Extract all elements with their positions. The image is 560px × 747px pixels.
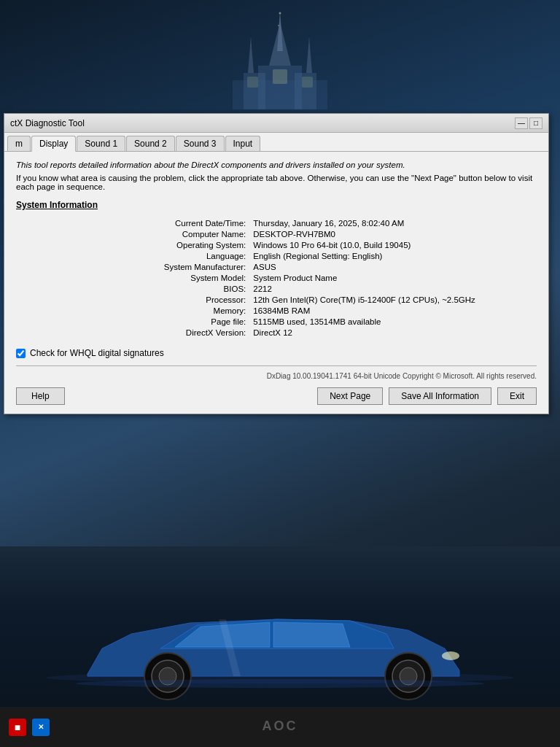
window-titlebar: ctX Diagnostic Tool — □ bbox=[4, 114, 548, 133]
info-value: DirectX 12 bbox=[250, 327, 537, 338]
table-row: Page file: 5115MB used, 13514MB availabl… bbox=[16, 316, 537, 327]
save-all-button[interactable]: Save All Information bbox=[389, 387, 491, 405]
info-label: Language: bbox=[16, 250, 250, 261]
tab-sound3[interactable]: Sound 3 bbox=[176, 136, 225, 151]
car-background bbox=[0, 546, 560, 707]
window-body: This tool reports detailed information a… bbox=[4, 152, 548, 414]
next-page-button[interactable]: Next Page bbox=[317, 387, 383, 405]
table-row: Computer Name: DESKTOP-RVH7BM0 bbox=[16, 228, 537, 239]
info-label: Operating System: bbox=[16, 239, 250, 250]
taskbar-btn-blue[interactable]: ✕ bbox=[32, 719, 50, 736]
tab-display[interactable]: Display bbox=[31, 136, 76, 152]
svg-marker-1 bbox=[269, 22, 291, 66]
table-row: Language: English (Regional Setting: Eng… bbox=[16, 250, 537, 261]
tab-input[interactable]: Input bbox=[225, 136, 261, 151]
description-1: This tool reports detailed information a… bbox=[16, 160, 537, 169]
system-info-table: Current Date/Time: Thursday, January 16,… bbox=[16, 217, 537, 338]
info-value: Windows 10 Pro 64-bit (10.0, Build 19045… bbox=[250, 239, 537, 250]
monitor-brand-label: AOC bbox=[262, 719, 298, 734]
separator bbox=[16, 365, 537, 366]
info-value: ASUS bbox=[250, 261, 537, 272]
cathedral-bg bbox=[134, 7, 426, 124]
info-value: 16384MB RAM bbox=[250, 305, 537, 316]
taskbar-btn-red[interactable]: ■ bbox=[9, 719, 26, 736]
info-label: Page file: bbox=[16, 316, 250, 327]
info-value: DESKTOP-RVH7BM0 bbox=[250, 228, 537, 239]
svg-point-21 bbox=[76, 679, 484, 688]
minimize-button[interactable]: — bbox=[515, 117, 528, 129]
description-2: If you know what area is causing the pro… bbox=[16, 174, 537, 191]
info-value: 2212 bbox=[250, 283, 537, 294]
window-controls: — □ bbox=[515, 117, 542, 129]
info-label: Computer Name: bbox=[16, 228, 250, 239]
info-label: System Model: bbox=[16, 272, 250, 283]
tab-sound1[interactable]: Sound 1 bbox=[77, 136, 125, 151]
help-button[interactable]: Help bbox=[16, 387, 65, 405]
info-value: English (Regional Setting: English) bbox=[250, 250, 537, 261]
window-title: ctX Diagnostic Tool bbox=[10, 118, 85, 128]
svg-rect-9 bbox=[247, 77, 258, 88]
info-label: Memory: bbox=[16, 305, 250, 316]
svg-rect-10 bbox=[302, 77, 313, 88]
svg-point-11 bbox=[279, 12, 281, 15]
table-row: System Model: System Product Name bbox=[16, 272, 537, 283]
info-value: 12th Gen Intel(R) Core(TM) i5-12400F (12… bbox=[250, 294, 537, 305]
info-label: Processor: bbox=[16, 294, 250, 305]
svg-rect-7 bbox=[233, 80, 327, 109]
tab-system[interactable]: m bbox=[7, 136, 31, 151]
info-label: Current Date/Time: bbox=[16, 217, 250, 228]
info-value: System Product Name bbox=[250, 272, 537, 283]
directx-diagnostic-window: ctX Diagnostic Tool — □ m Display Sound … bbox=[4, 113, 549, 414]
button-row: Help Next Page Save All Information Exit bbox=[16, 387, 537, 405]
svg-point-12 bbox=[278, 25, 279, 26]
table-row: BIOS: 2212 bbox=[16, 283, 537, 294]
monitor-bezel: ■ ✕ AOC bbox=[0, 707, 560, 747]
info-label: System Manufacturer: bbox=[16, 261, 250, 272]
info-label: BIOS: bbox=[16, 283, 250, 294]
svg-marker-2 bbox=[248, 36, 254, 73]
table-row: Current Date/Time: Thursday, January 16,… bbox=[16, 217, 537, 228]
table-row: Operating System: Windows 10 Pro 64-bit … bbox=[16, 239, 537, 250]
whql-checkbox[interactable] bbox=[16, 349, 26, 358]
svg-rect-8 bbox=[273, 69, 287, 84]
table-row: Processor: 12th Gen Intel(R) Core(TM) i5… bbox=[16, 294, 537, 305]
table-row: System Manufacturer: ASUS bbox=[16, 261, 537, 272]
tab-sound2[interactable]: Sound 2 bbox=[126, 136, 175, 151]
svg-marker-3 bbox=[306, 36, 312, 73]
info-value: Thursday, January 16, 2025, 8:02:40 AM bbox=[250, 217, 537, 228]
exit-button[interactable]: Exit bbox=[497, 387, 537, 405]
section-title: System Information bbox=[16, 200, 537, 210]
info-value: 5115MB used, 13514MB available bbox=[250, 316, 537, 327]
svg-point-20 bbox=[442, 651, 459, 660]
whql-label: Check for WHQL digital signatures bbox=[30, 348, 164, 358]
copyright-text: DxDiag 10.00.19041.1741 64-bit Unicode C… bbox=[16, 372, 537, 380]
info-label: DirectX Version: bbox=[16, 327, 250, 338]
table-row: Memory: 16384MB RAM bbox=[16, 305, 537, 316]
maximize-button[interactable]: □ bbox=[529, 117, 542, 129]
whql-checkbox-row: Check for WHQL digital signatures bbox=[16, 348, 537, 358]
tab-bar: m Display Sound 1 Sound 2 Sound 3 Input bbox=[4, 133, 548, 152]
table-row: DirectX Version: DirectX 12 bbox=[16, 327, 537, 338]
